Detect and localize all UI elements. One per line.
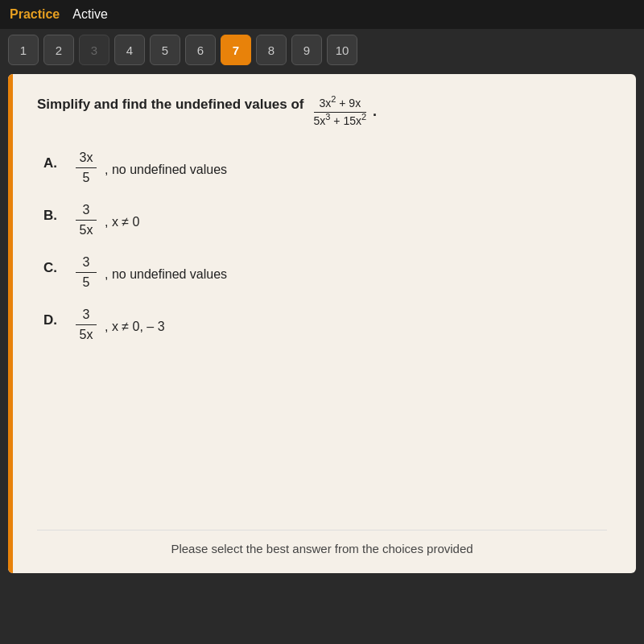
question-area: Simplify and find the undefined values o…: [37, 97, 607, 128]
choice-b-num: 3: [83, 203, 90, 219]
choice-c-content: 3 5 , no undefined values: [76, 255, 227, 290]
choice-c-row[interactable]: C. 3 5 , no undefined values: [43, 255, 607, 290]
question-intro: Simplify and find the undefined values o…: [37, 97, 304, 113]
choice-d-letter: D.: [43, 308, 63, 328]
choice-c-suffix: , no undefined values: [105, 262, 227, 282]
number-btn-1[interactable]: 1: [8, 35, 39, 65]
choice-b-content: 3 5x , x ≠ 0: [76, 203, 139, 237]
question-text: Simplify and find the undefined values o…: [37, 97, 607, 128]
number-btn-8[interactable]: 8: [256, 35, 287, 65]
number-btn-5[interactable]: 5: [150, 35, 180, 65]
choice-a-row[interactable]: A. 3x 5 , no undefined values: [43, 151, 607, 185]
choice-c-letter: C.: [43, 255, 63, 276]
choice-c-line: [76, 272, 97, 273]
number-bar: 12345678910: [0, 29, 644, 71]
choice-d-den: 5x: [80, 326, 93, 342]
choice-b-den: 5x: [80, 221, 93, 237]
number-btn-9[interactable]: 9: [291, 35, 322, 65]
question-dot: .: [373, 103, 377, 122]
choice-d-suffix: , x ≠ 0, – 3: [105, 315, 165, 334]
choice-d-fraction: 3 5x: [76, 308, 97, 342]
choice-a-suffix: , no undefined values: [105, 158, 227, 177]
choice-d-line: [76, 324, 97, 325]
fraction-line: [314, 112, 367, 113]
number-btn-7[interactable]: 7: [221, 35, 251, 65]
number-btn-6[interactable]: 6: [185, 35, 216, 65]
choice-d-content: 3 5x , x ≠ 0, – 3: [76, 308, 165, 342]
choice-a-fraction: 3x 5: [76, 151, 97, 185]
number-btn-10[interactable]: 10: [327, 35, 357, 65]
choices-list: A. 3x 5 , no undefined values B. 3 5x , …: [43, 151, 607, 342]
question-denominator: 5x3 + 15x2: [314, 114, 367, 128]
question-fraction: 3x2 + 9x 5x3 + 15x2: [314, 97, 367, 128]
number-btn-3[interactable]: 3: [79, 35, 109, 65]
active-label: Active: [72, 7, 108, 22]
choice-a-line: [76, 167, 97, 168]
choice-b-line: [76, 220, 97, 221]
choice-d-row[interactable]: D. 3 5x , x ≠ 0, – 3: [43, 308, 607, 342]
choice-b-row[interactable]: B. 3 5x , x ≠ 0: [43, 203, 607, 237]
choice-a-num: 3x: [80, 151, 93, 167]
choice-b-letter: B.: [43, 203, 63, 224]
question-numerator: 3x2 + 9x: [319, 97, 361, 111]
top-bar: Practice Active: [0, 0, 644, 29]
number-btn-4[interactable]: 4: [114, 35, 145, 65]
choice-c-den: 5: [83, 274, 90, 290]
choice-a-den: 5: [83, 169, 90, 185]
footer-text: Please select the best answer from the c…: [37, 530, 607, 555]
left-accent: [8, 74, 13, 573]
practice-label: Practice: [10, 7, 60, 22]
content-card: Simplify and find the undefined values o…: [8, 74, 636, 573]
number-btn-2[interactable]: 2: [43, 35, 74, 65]
choice-d-num: 3: [83, 308, 90, 324]
choice-c-fraction: 3 5: [76, 255, 97, 290]
choice-a-content: 3x 5 , no undefined values: [76, 151, 227, 185]
choice-b-suffix: , x ≠ 0: [105, 210, 139, 229]
choice-c-num: 3: [83, 255, 90, 271]
choice-a-letter: A.: [43, 151, 63, 171]
choice-b-fraction: 3 5x: [76, 203, 97, 237]
